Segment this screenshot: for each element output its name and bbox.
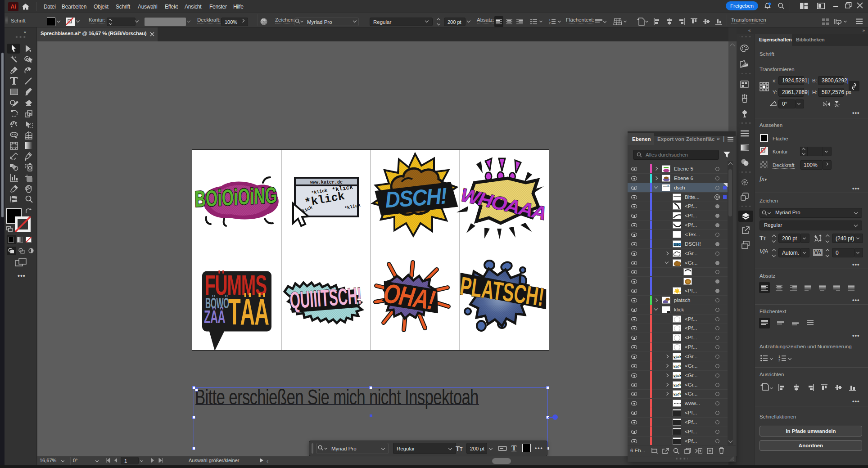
- svg-text:2: 2: [778, 358, 780, 361]
- svg-text:klick: klick: [674, 374, 681, 378]
- svg-text:1: 1: [549, 18, 551, 22]
- svg-text:DSC: DSC: [674, 243, 681, 246]
- svg-text:klick: klick: [674, 383, 681, 388]
- svg-text:BOiOiOiNG: BOiOiOiNG: [194, 182, 277, 212]
- svg-text:klick: klick: [674, 364, 681, 369]
- svg-text:klick: klick: [674, 355, 681, 360]
- svg-text:ZÄÄ: ZÄÄ: [204, 306, 226, 327]
- svg-text:DSCH!: DSCH!: [384, 183, 448, 212]
- svg-text:TÄÄ: TÄÄ: [228, 292, 269, 332]
- svg-text:klick: klick: [674, 392, 681, 397]
- svg-text:www.kater.de: www.kater.de: [310, 180, 343, 185]
- svg-text:A: A: [764, 248, 768, 255]
- svg-text:2: 2: [549, 22, 551, 24]
- svg-text:QUIIITSCH!: QUIIITSCH!: [289, 283, 362, 314]
